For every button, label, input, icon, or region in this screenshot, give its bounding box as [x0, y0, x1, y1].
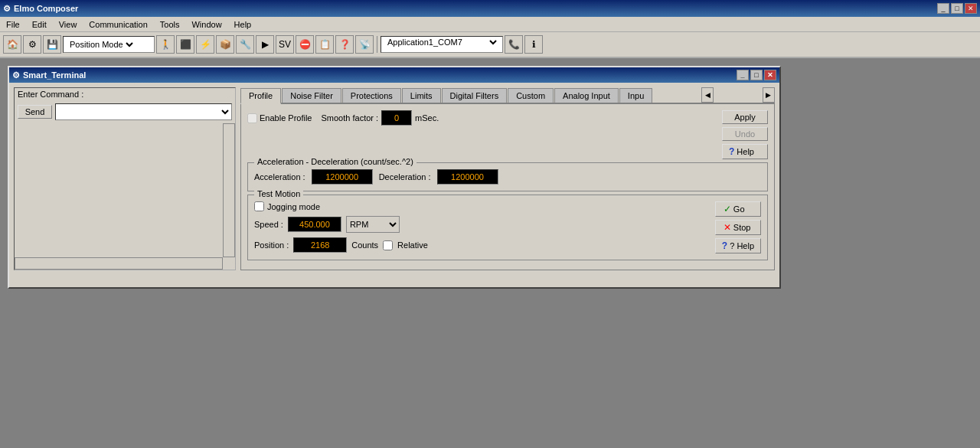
- mode-dropdown-wrapper[interactable]: Position Mode Velocity Mode Torque Mode: [63, 36, 155, 53]
- stop-icon: ✕: [724, 222, 731, 233]
- go-label: Go: [733, 204, 745, 214]
- vertical-scrollbar[interactable]: [223, 123, 235, 257]
- tab-limits[interactable]: Limits: [402, 88, 441, 103]
- command-input-wrapper[interactable]: [55, 103, 232, 120]
- speed-label: Speed :: [254, 220, 283, 229]
- tab-scroll-left[interactable]: ◀: [701, 87, 714, 103]
- help-icon-bottom: ?: [722, 240, 727, 251]
- tab-protections[interactable]: Protections: [342, 88, 401, 103]
- tb-icon-1[interactable]: 🏠: [3, 35, 21, 54]
- tab-custom[interactable]: Custom: [508, 88, 554, 103]
- test-motion-label: Test Motion: [254, 189, 303, 198]
- smooth-factor-row: Smooth factor : 0 mSec.: [322, 110, 439, 126]
- tb-icon-9[interactable]: SV: [276, 35, 294, 54]
- toolbar: 🏠 ⚙ 💾 Position Mode Velocity Mode Torque…: [0, 32, 980, 58]
- go-button[interactable]: ✓ Go: [715, 201, 761, 217]
- tb-icon-2[interactable]: ⚙: [23, 35, 41, 54]
- help-button-bottom[interactable]: ? ? Help: [715, 238, 761, 253]
- speed-row: Speed : 450.000 RPM count/sec: [254, 216, 703, 233]
- send-row: Send: [15, 100, 235, 123]
- menu-communication[interactable]: Communication: [86, 19, 150, 30]
- tb-icon-8[interactable]: ▶: [256, 35, 274, 54]
- help-label-top: Help: [737, 147, 754, 156]
- st-content: Enter Command : Send: [9, 83, 779, 275]
- close-button[interactable]: ✕: [965, 3, 977, 14]
- jogging-row: Jogging mode: [254, 201, 703, 211]
- tab-profile[interactable]: Profile: [240, 88, 281, 104]
- app-title-bar: ⚙ Elmo Composer _ □ ✕: [0, 0, 980, 17]
- st-maximize-button[interactable]: □: [750, 70, 763, 80]
- position-row: Position : 2168 Counts Relative: [254, 237, 703, 253]
- tb-icon-3[interactable]: 💾: [43, 35, 61, 54]
- tb-stop-btn[interactable]: ⬛: [176, 35, 194, 54]
- menu-help[interactable]: Help: [231, 19, 255, 30]
- menu-view[interactable]: View: [56, 19, 80, 30]
- accel-decel-group: Acceleration - Deceleration (count/sec.^…: [247, 162, 768, 191]
- tb-icon-13[interactable]: 📡: [355, 35, 374, 54]
- connection-dropdown-wrapper[interactable]: Application1_COM7: [381, 36, 503, 53]
- menu-tools[interactable]: Tools: [157, 19, 183, 30]
- st-close-button[interactable]: ✕: [764, 70, 776, 80]
- tb-icon-6[interactable]: 📦: [216, 35, 234, 54]
- maximize-button[interactable]: □: [951, 3, 963, 14]
- help-button-top[interactable]: ? Help: [722, 144, 768, 159]
- bottom-area: [9, 275, 779, 287]
- mode-select[interactable]: Position Mode Velocity Mode Torque Mode: [67, 39, 136, 50]
- enable-profile-checkbox[interactable]: [247, 113, 257, 123]
- smart-terminal-title-bar: ⚙ Smart_Terminal _ □ ✕: [9, 67, 779, 83]
- tb-icon-5[interactable]: ⚡: [196, 35, 214, 54]
- undo-button[interactable]: Undo: [722, 127, 768, 141]
- accel-row: Acceleration : 1200000 Deceleration : 12…: [254, 169, 761, 185]
- help-icon-top: ?: [729, 146, 734, 157]
- tb-icon-12[interactable]: ❓: [335, 35, 354, 54]
- position-input[interactable]: 2168: [293, 237, 347, 253]
- right-panel: Profile Noise Filter Protections Limits …: [240, 87, 775, 270]
- speed-input[interactable]: 450.000: [288, 217, 341, 232]
- relative-label: Relative: [397, 240, 428, 250]
- st-minimize-button[interactable]: _: [737, 70, 749, 80]
- profile-top-row: Enable Profile Smooth factor : 0 mSec.: [247, 110, 439, 126]
- tab-digital-filters[interactable]: Digital Filters: [442, 88, 508, 103]
- tb-icon-info[interactable]: ℹ: [524, 35, 543, 54]
- smart-terminal-window: ⚙ Smart_Terminal _ □ ✕ Enter Command : S…: [8, 66, 781, 289]
- stop-label: Stop: [733, 223, 751, 232]
- toolbar-separator: [377, 36, 377, 53]
- minimize-button[interactable]: _: [937, 3, 949, 14]
- speed-unit-select[interactable]: RPM count/sec: [346, 216, 400, 233]
- counts-label: Counts: [351, 240, 378, 250]
- tb-icon-10[interactable]: ⛔: [296, 35, 314, 54]
- tb-icon-phone[interactable]: 📞: [505, 35, 523, 54]
- horizontal-scrollbar[interactable]: [15, 257, 223, 270]
- tb-icon-11[interactable]: 📋: [315, 35, 334, 54]
- deceleration-input[interactable]: 1200000: [437, 169, 498, 185]
- tb-icon-4[interactable]: 🚶: [156, 35, 175, 54]
- go-icon: ✓: [724, 204, 731, 214]
- connection-select[interactable]: Application1_COM7: [384, 37, 499, 47]
- smooth-factor-input[interactable]: 0: [381, 110, 412, 126]
- tab-scroll-right[interactable]: ▶: [763, 87, 775, 103]
- tab-noise-filter[interactable]: Noise Filter: [282, 88, 341, 103]
- tab-content-profile: Enable Profile Smooth factor : 0 mSec. A: [240, 104, 775, 270]
- jogging-mode-label: Jogging mode: [267, 202, 320, 211]
- jogging-mode-checkbox[interactable]: [254, 201, 264, 211]
- menu-edit[interactable]: Edit: [29, 19, 50, 30]
- position-label: Position :: [254, 240, 289, 250]
- enable-profile-label: Enable Profile: [260, 113, 312, 123]
- st-title: Smart_Terminal: [23, 70, 86, 80]
- tb-icon-7[interactable]: 🔧: [236, 35, 254, 54]
- enter-command-label: Enter Command :: [18, 90, 83, 99]
- enable-profile-checkbox-label[interactable]: Enable Profile: [247, 113, 312, 123]
- tab-inpu[interactable]: Inpu: [619, 88, 652, 103]
- stop-button[interactable]: ✕ Stop: [715, 220, 761, 235]
- relative-checkbox[interactable]: [383, 240, 393, 250]
- tab-analog-input[interactable]: Analog Input: [554, 88, 619, 103]
- menu-file[interactable]: File: [3, 19, 23, 30]
- command-output-area: [15, 123, 235, 270]
- left-panel: Enter Command : Send: [14, 87, 236, 270]
- command-input[interactable]: [56, 106, 231, 117]
- send-button[interactable]: Send: [18, 105, 52, 119]
- acceleration-input[interactable]: 1200000: [312, 169, 373, 185]
- deceleration-label: Deceleration :: [379, 172, 431, 181]
- apply-button[interactable]: Apply: [722, 110, 768, 124]
- menu-window[interactable]: Window: [188, 19, 224, 30]
